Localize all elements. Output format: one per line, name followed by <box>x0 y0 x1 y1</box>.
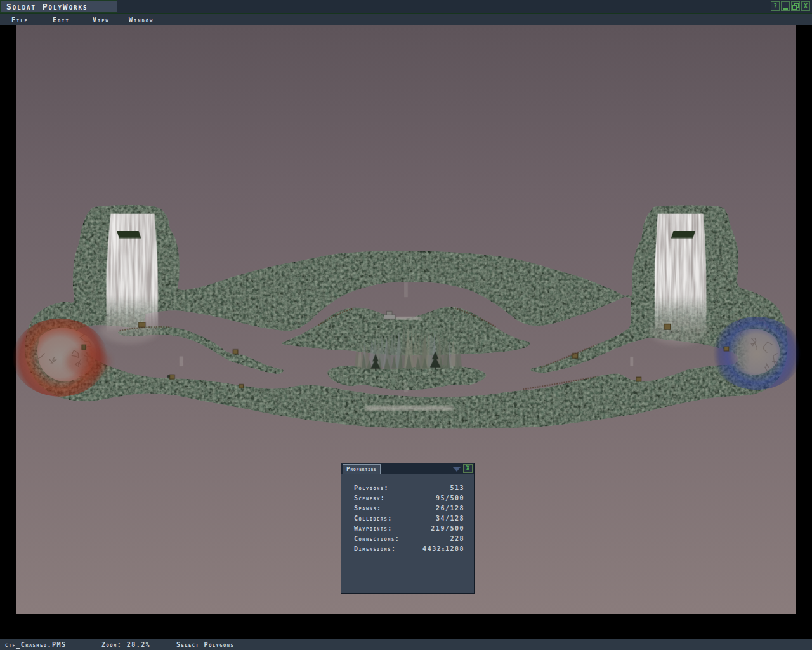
close-button[interactable]: X <box>801 1 810 11</box>
stat-value: 4432x1288 <box>422 545 464 552</box>
menu-edit[interactable]: Edit <box>53 15 70 25</box>
stat-scenery: Scenery: 95/500 <box>341 493 474 503</box>
title-box: Soldat PolyWorks <box>0 0 117 13</box>
app-window: Soldat PolyWorks ? X File Edit View Wi <box>0 0 812 650</box>
stat-value: 34/128 <box>436 515 464 522</box>
status-zoom: Zoom: 28.2% <box>102 639 150 650</box>
help-button[interactable]: ? <box>771 1 780 11</box>
stat-waypoints: Waypoints: 219/500 <box>341 523 474 533</box>
stat-label: Dimensions: <box>354 545 396 552</box>
status-bar: ctf_Crashed.PMS Zoom: 28.2% Select Polyg… <box>0 639 812 650</box>
stat-value: 26/128 <box>436 505 464 512</box>
right-tower-slot <box>671 231 695 239</box>
menu-bar: File Edit View Window <box>0 14 812 25</box>
menu-file[interactable]: File <box>11 15 29 25</box>
properties-title: Properties <box>346 466 377 472</box>
close-icon: X <box>804 3 808 10</box>
stat-label: Spawns: <box>354 505 382 512</box>
menu-window[interactable]: Window <box>129 15 154 25</box>
map-canvas[interactable]: Properties X Polygons: 513 Scenery: 95/5… <box>0 25 812 639</box>
right-waterfall-mist <box>650 318 708 345</box>
help-icon: ? <box>773 3 777 10</box>
stat-value: 513 <box>450 484 464 491</box>
properties-title-box: Properties <box>343 464 381 474</box>
stat-spawns: Spawns: 26/128 <box>341 503 474 513</box>
stat-value: 95/500 <box>436 494 464 501</box>
red-slope-tint <box>66 347 110 376</box>
left-waterfall-mist <box>100 317 158 343</box>
left-tower-slot <box>117 231 141 239</box>
stat-label: Waypoints: <box>354 525 393 532</box>
status-tool: Select Polygons <box>176 639 234 650</box>
properties-panel: Properties X Polygons: 513 Scenery: 95/5… <box>341 463 475 594</box>
stat-polygons: Polygons: 513 <box>341 482 474 493</box>
restore-icon <box>792 3 799 10</box>
window-title: Soldat PolyWorks <box>6 2 88 11</box>
stat-colliders: Colliders: 34/128 <box>341 513 474 523</box>
close-icon: X <box>466 465 469 472</box>
properties-panel-header[interactable]: Properties X <box>341 463 474 474</box>
stat-label: Connections: <box>354 535 400 542</box>
restore-button[interactable] <box>791 1 800 11</box>
minimize-button[interactable] <box>781 1 790 11</box>
stat-label: Colliders: <box>354 515 393 522</box>
chevron-down-icon[interactable] <box>453 467 461 472</box>
window-controls: ? X <box>771 1 810 11</box>
minimize-icon <box>783 8 788 10</box>
stat-value: 228 <box>450 535 464 542</box>
properties-rows: Polygons: 513 Scenery: 95/500 Spawns: 26… <box>341 482 474 554</box>
status-filename: ctf_Crashed.PMS <box>5 639 67 650</box>
menu-view[interactable]: View <box>93 15 110 25</box>
panel-close-button[interactable]: X <box>463 464 473 473</box>
stat-label: Scenery: <box>354 494 385 501</box>
stat-value: 219/500 <box>431 525 464 532</box>
stat-label: Polygons: <box>354 484 389 491</box>
stat-dimensions: Dimensions: 4432x1288 <box>341 543 474 554</box>
title-bar[interactable]: Soldat PolyWorks ? X <box>0 0 812 14</box>
stat-connections: Connections: 228 <box>341 533 474 543</box>
blue-team-glow <box>712 317 802 390</box>
